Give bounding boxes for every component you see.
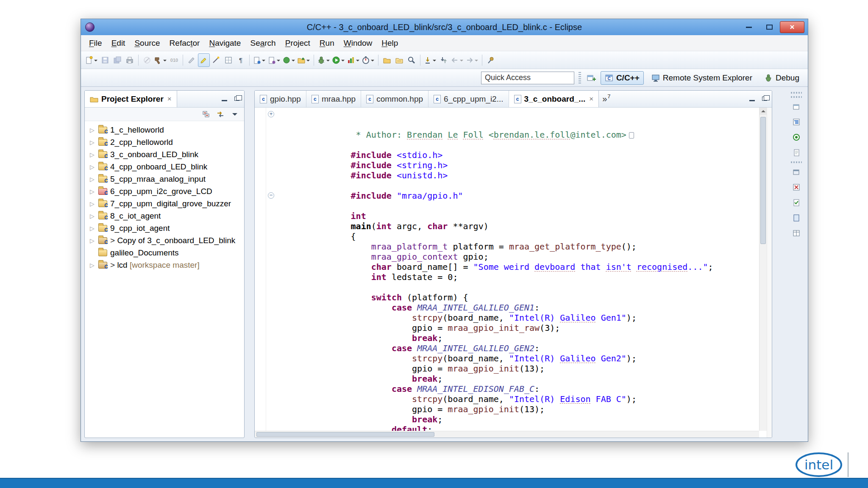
show-whitespace-button[interactable]: ¶ [235, 53, 247, 67]
new-project-button[interactable] [297, 53, 311, 67]
expand-arrow-icon[interactable] [90, 164, 98, 170]
editor-tab[interactable]: c 6_cpp_upm_i2... [428, 91, 509, 107]
notes-view-button[interactable] [789, 146, 804, 159]
tree-item[interactable]: 7_cpp_upm_digital_grove_buzzer [85, 197, 244, 210]
fold-marker-icon[interactable] [268, 111, 274, 117]
editor-tab[interactable]: c gpio.hpp [255, 91, 306, 107]
perspective-rse[interactable]: Remote System Explorer [647, 71, 757, 85]
tree-item[interactable]: 1_c_helloworld [85, 124, 244, 136]
scroll-up-arrow-icon[interactable] [760, 108, 767, 115]
expand-arrow-icon[interactable] [90, 176, 98, 183]
view-menu-button[interactable] [229, 109, 241, 120]
tab-overflow-button[interactable]: » 7 [599, 91, 614, 107]
maximize-view-button[interactable] [232, 94, 242, 103]
new-source-file-button[interactable] [252, 53, 267, 67]
minimize-button[interactable] [739, 21, 759, 33]
menu-item[interactable]: Window [339, 37, 377, 49]
menu-item[interactable]: Search [245, 37, 280, 49]
expand-arrow-icon[interactable] [90, 200, 98, 207]
vertical-scrollbar[interactable] [759, 108, 767, 431]
tree-item[interactable]: 2_cpp_helloworld [85, 136, 244, 148]
menu-item[interactable]: Source [130, 37, 164, 49]
vertical-scrollbar-thumb[interactable] [760, 117, 766, 244]
horizontal-scrollbar-thumb[interactable] [256, 432, 434, 437]
status-indicator-button[interactable] [789, 131, 804, 144]
pin-editor-button[interactable] [485, 53, 497, 67]
maximize-button[interactable] [760, 21, 779, 33]
save-all-button[interactable] [111, 53, 123, 67]
new-class-button[interactable] [282, 53, 296, 67]
problems-view-button[interactable] [789, 181, 804, 194]
expand-arrow-icon[interactable] [90, 237, 98, 244]
debug-button[interactable] [317, 53, 331, 67]
collapse-all-button[interactable] [200, 109, 212, 120]
menu-item[interactable]: File [84, 37, 107, 49]
tree-item[interactable]: > lcd [workspace master] [85, 259, 244, 271]
horizontal-scrollbar[interactable] [255, 431, 759, 438]
minimize-editor-button[interactable] [747, 94, 757, 103]
skip-all-breakpoints-button[interactable] [141, 53, 153, 67]
last-edit-location-button[interactable] [423, 53, 437, 67]
open-resource-button[interactable] [393, 53, 405, 67]
tree-item[interactable]: 4_cpp_onboard_LED_blink [85, 161, 244, 173]
menu-item[interactable]: Edit [107, 37, 130, 49]
tree-item[interactable]: 9_cpp_iot_agent [85, 222, 244, 234]
tree-item[interactable]: 5_cpp_mraa_analog_input [85, 173, 244, 185]
new-wizard-button[interactable] [84, 53, 99, 67]
link-with-editor-button[interactable] [214, 109, 226, 120]
editor-tab[interactable]: c common.hpp [361, 91, 428, 107]
tasks-view-button[interactable] [789, 196, 804, 209]
tree-item[interactable]: galileo_Documents [85, 247, 244, 259]
close-view-icon[interactable]: × [167, 95, 172, 103]
menu-item[interactable]: Run [315, 37, 339, 49]
tree-item[interactable]: > Copy of 3_c_onboard_LED_blink [85, 234, 244, 247]
tree-item[interactable]: 6_cpp_upm_i2c_grove_LCD [85, 185, 244, 197]
fold-marker-icon[interactable] [268, 192, 274, 199]
restore-pane-button[interactable] [789, 100, 804, 113]
title-bar[interactable]: C/C++ - 3_c_onboard_LED_blink/src/3_c_on… [81, 19, 808, 35]
close-tab-icon[interactable]: × [589, 95, 593, 103]
expand-arrow-icon[interactable] [90, 225, 98, 232]
outline-view-button[interactable] [789, 116, 804, 128]
expand-arrow-icon[interactable] [90, 127, 98, 133]
back-history-button[interactable] [450, 53, 465, 67]
profile-button[interactable] [361, 53, 376, 67]
tree-item[interactable]: 8_c_iot_agent [85, 210, 244, 222]
build-binary-button[interactable]: 010 [168, 53, 180, 67]
expand-arrow-icon[interactable] [90, 139, 98, 146]
expand-arrow-icon[interactable] [90, 213, 98, 219]
minimize-view-button[interactable] [220, 94, 229, 103]
search-button[interactable] [406, 53, 417, 67]
menu-item[interactable]: Navigate [204, 37, 245, 49]
cut-tool-button[interactable] [186, 53, 198, 67]
properties-view-button[interactable] [789, 227, 804, 239]
open-perspective-button[interactable] [585, 71, 597, 85]
print-button[interactable] [124, 53, 136, 67]
save-button[interactable] [99, 53, 111, 67]
perspective-cpp[interactable]: C C/C++ [601, 71, 644, 85]
tree-item[interactable]: 3_c_onboard_LED_blink [85, 148, 244, 161]
expand-arrow-icon[interactable] [90, 262, 98, 269]
coverage-button[interactable] [346, 53, 361, 67]
project-explorer-tab[interactable]: Project Explorer × [85, 91, 177, 107]
toggle-annotations-button[interactable] [438, 53, 450, 67]
open-type-button[interactable] [381, 53, 393, 67]
build-all-button[interactable] [153, 53, 168, 67]
console-view-button[interactable] [789, 211, 804, 224]
content-assist-button[interactable] [210, 53, 222, 67]
run-button[interactable] [331, 53, 346, 67]
editor-tab[interactable]: c 3_c_onboard_... × [509, 91, 599, 107]
maximize-editor-button[interactable] [760, 94, 769, 103]
menu-item[interactable]: Refactor [165, 37, 205, 49]
forward-history-button[interactable] [465, 53, 479, 67]
toggle-mark-occurrences-button[interactable] [198, 53, 210, 67]
perspective-debug[interactable]: Debug [760, 71, 804, 85]
expand-arrow-icon[interactable] [90, 151, 98, 158]
editor-tab[interactable]: c mraa.hpp [306, 91, 361, 107]
window-grid-button[interactable] [223, 53, 234, 67]
expand-arrow-icon[interactable] [90, 188, 98, 195]
code-editor[interactable]: * Author: Brendan Le Foll <brendan.le.fo… [255, 108, 759, 431]
close-button[interactable]: × [780, 21, 804, 33]
bookmarks-view-button[interactable] [789, 166, 804, 178]
quick-access-input[interactable] [481, 72, 574, 84]
